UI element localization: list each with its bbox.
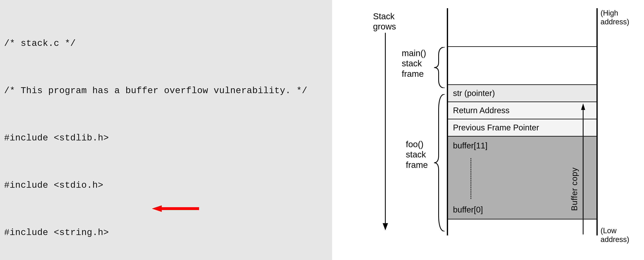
buffer-copy-arrow-icon: [581, 103, 585, 235]
code-line: /* stack.c */: [4, 36, 330, 51]
row-label: str (pointer): [453, 89, 495, 98]
high-address-label: (High address): [600, 8, 644, 26]
svg-marker-1: [152, 205, 162, 212]
code-line: #include <stdio.h>: [4, 178, 330, 193]
stack-diagram: Stack grows (High address) (Low address)…: [332, 0, 644, 260]
label-text: grows: [373, 21, 396, 32]
stack-border-right: [596, 8, 598, 236]
buffer-copy-label: Buffer copy: [570, 167, 579, 211]
low-address-label: (Low address): [600, 226, 644, 244]
buffer-bottom-label: buffer[0]: [453, 205, 483, 214]
label-text: stack: [402, 58, 426, 69]
curly-bracket-icon: [432, 47, 449, 88]
svg-marker-3: [383, 223, 388, 230]
main-frame-label: main() stack frame: [402, 48, 426, 79]
stack-grows-arrow-icon: [382, 33, 388, 230]
label-text: foo(): [406, 139, 428, 149]
label-text: stack: [406, 149, 428, 160]
label-text: main(): [402, 48, 426, 58]
stack-row-pfp: Previous Frame Pointer: [448, 119, 596, 136]
row-label: Return Address: [453, 106, 510, 115]
code-line: #include <stdlib.h>: [4, 130, 330, 146]
svg-marker-5: [581, 103, 585, 110]
stack-row-return: Return Address: [448, 102, 596, 119]
code-panel: /* stack.c */ /* This program has a buff…: [0, 0, 332, 260]
row-label: Previous Frame Pointer: [453, 123, 539, 132]
curly-bracket-icon: [432, 94, 449, 231]
label-text: frame: [402, 69, 426, 79]
code-line: #include <string.h>: [4, 225, 330, 241]
foo-frame-label: foo() stack frame: [406, 139, 428, 170]
ellipsis-icon: [470, 158, 472, 199]
label-text: Stack: [373, 11, 396, 21]
buffer-top-label: buffer[11]: [453, 141, 488, 150]
stack-grows-label: Stack grows: [373, 11, 396, 32]
stack-row-str: str (pointer): [448, 84, 596, 102]
highlight-arrow-icon: [119, 187, 166, 195]
main-frame-area: [448, 46, 596, 84]
label-text: frame: [406, 160, 428, 170]
code-line: /* This program has a buffer overflow vu…: [4, 83, 330, 99]
